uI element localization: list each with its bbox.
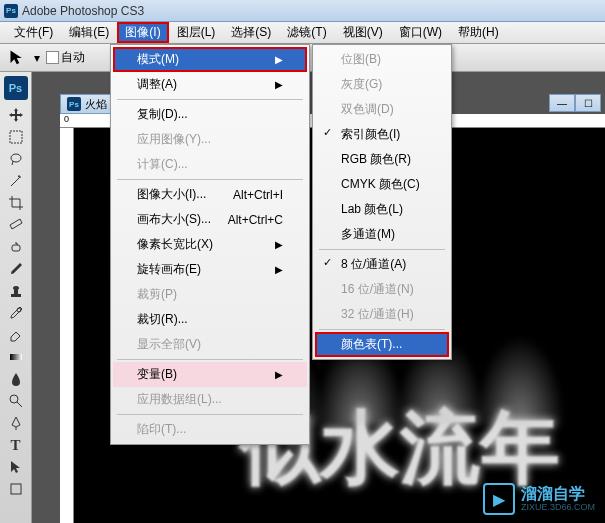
menu-canvas-size[interactable]: 画布大小(S)...Alt+Ctrl+C <box>113 207 307 232</box>
mode-submenu: 位图(B) 灰度(G) 双色调(D) ✓索引颜色(I) RGB 颜色(R) CM… <box>312 44 452 360</box>
auto-select-label: 自动 <box>61 49 85 66</box>
menu-duplicate[interactable]: 复制(D)... <box>113 102 307 127</box>
menu-apply-image: 应用图像(Y)... <box>113 127 307 152</box>
menu-view[interactable]: 视图(V) <box>335 22 391 43</box>
menu-trim[interactable]: 裁切(R)... <box>113 307 307 332</box>
menu-trap: 陷印(T)... <box>113 417 307 442</box>
watermark: ▶ 溜溜自学 ZIXUE.3D66.COM <box>483 483 595 515</box>
mode-grayscale: 灰度(G) <box>315 72 449 97</box>
type-tool[interactable]: T <box>4 434 28 456</box>
blur-tool[interactable] <box>4 368 28 390</box>
shape-tool[interactable] <box>4 478 28 500</box>
stamp-tool[interactable] <box>4 280 28 302</box>
svg-rect-4 <box>14 290 18 294</box>
menu-layer[interactable]: 图层(L) <box>169 22 224 43</box>
menu-filter[interactable]: 滤镜(T) <box>279 22 334 43</box>
menu-image-size[interactable]: 图像大小(I)...Alt+Ctrl+I <box>113 182 307 207</box>
menu-window[interactable]: 窗口(W) <box>391 22 450 43</box>
menu-reveal-all: 显示全部(V) <box>113 332 307 357</box>
menu-image[interactable]: 图像(I) <box>117 22 168 43</box>
pen-tool[interactable] <box>4 412 28 434</box>
history-brush-tool[interactable] <box>4 302 28 324</box>
submenu-arrow-icon: ▶ <box>275 369 283 380</box>
ps-logo: Ps <box>4 76 28 100</box>
menu-separator <box>117 99 303 100</box>
mode-8bit[interactable]: ✓8 位/通道(A) <box>315 252 449 277</box>
play-icon: ▶ <box>483 483 515 515</box>
slice-tool[interactable] <box>4 214 28 236</box>
mode-16bit: 16 位/通道(N) <box>315 277 449 302</box>
menu-apply-dataset: 应用数据组(L)... <box>113 387 307 412</box>
checkmark-icon: ✓ <box>323 256 332 269</box>
path-select-tool[interactable] <box>4 456 28 478</box>
menu-select[interactable]: 选择(S) <box>223 22 279 43</box>
svg-point-5 <box>13 286 19 290</box>
marquee-tool[interactable] <box>4 126 28 148</box>
titlebar: Ps Adobe Photoshop CS3 <box>0 0 605 22</box>
menu-mode[interactable]: 模式(M)▶ <box>113 47 307 72</box>
mode-lab[interactable]: Lab 颜色(L) <box>315 197 449 222</box>
menu-adjust[interactable]: 调整(A)▶ <box>113 72 307 97</box>
wand-tool[interactable] <box>4 170 28 192</box>
mode-bitmap: 位图(B) <box>315 47 449 72</box>
menu-separator <box>319 329 445 330</box>
svg-rect-7 <box>10 354 22 360</box>
app-title: Adobe Photoshop CS3 <box>22 4 144 18</box>
fire-char: 水 <box>320 395 400 503</box>
heal-tool[interactable] <box>4 236 28 258</box>
watermark-title: 溜溜自学 <box>521 485 595 503</box>
dropdown-icon[interactable]: ▾ <box>34 51 40 65</box>
fire-char: 流 <box>400 395 480 503</box>
toolbox: Ps T <box>0 72 32 523</box>
crop-tool[interactable] <box>4 192 28 214</box>
svg-point-8 <box>10 395 18 403</box>
svg-rect-3 <box>11 294 21 297</box>
checkmark-icon: ✓ <box>323 126 332 139</box>
image-dropdown-menu: 模式(M)▶ 调整(A)▶ 复制(D)... 应用图像(Y)... 计算(C).… <box>110 44 310 445</box>
eraser-tool[interactable] <box>4 324 28 346</box>
watermark-url: ZIXUE.3D66.COM <box>521 503 595 513</box>
ruler-vertical[interactable] <box>60 128 74 523</box>
submenu-arrow-icon: ▶ <box>275 239 283 250</box>
menu-pixel-aspect[interactable]: 像素长宽比(X)▶ <box>113 232 307 257</box>
document-tab[interactable]: Ps 火焰 <box>60 94 114 114</box>
submenu-arrow-icon: ▶ <box>275 264 283 275</box>
mode-rgb[interactable]: RGB 颜色(R) <box>315 147 449 172</box>
window-buttons: — ☐ <box>549 94 601 112</box>
gradient-tool[interactable] <box>4 346 28 368</box>
lasso-tool[interactable] <box>4 148 28 170</box>
mode-32bit: 32 位/通道(H) <box>315 302 449 327</box>
submenu-arrow-icon: ▶ <box>275 54 283 65</box>
move-tool[interactable] <box>4 104 28 126</box>
minimize-button[interactable]: — <box>549 94 575 112</box>
mode-indexed[interactable]: ✓索引颜色(I) <box>315 122 449 147</box>
svg-rect-0 <box>10 131 22 143</box>
move-tool-indicator[interactable] <box>8 49 28 67</box>
svg-point-1 <box>11 154 21 162</box>
doc-title: 火焰 <box>85 97 107 112</box>
doc-ps-icon: Ps <box>67 97 81 111</box>
menu-variables[interactable]: 变量(B)▶ <box>113 362 307 387</box>
menubar: 文件(F) 编辑(E) 图像(I) 图层(L) 选择(S) 滤镜(T) 视图(V… <box>0 22 605 44</box>
app-icon: Ps <box>4 4 18 18</box>
menu-crop: 裁剪(P) <box>113 282 307 307</box>
mode-color-table[interactable]: 颜色表(T)... <box>315 332 449 357</box>
menu-edit[interactable]: 编辑(E) <box>61 22 117 43</box>
mode-multichannel[interactable]: 多通道(M) <box>315 222 449 247</box>
menu-separator <box>117 359 303 360</box>
menu-calculations: 计算(C)... <box>113 152 307 177</box>
submenu-arrow-icon: ▶ <box>275 79 283 90</box>
auto-select-checkbox[interactable] <box>46 51 59 64</box>
menu-separator <box>117 179 303 180</box>
svg-rect-9 <box>11 484 21 494</box>
menu-rotate-canvas[interactable]: 旋转画布(E)▶ <box>113 257 307 282</box>
maximize-button[interactable]: ☐ <box>575 94 601 112</box>
menu-separator <box>319 249 445 250</box>
mode-duotone: 双色调(D) <box>315 97 449 122</box>
menu-file[interactable]: 文件(F) <box>6 22 61 43</box>
dodge-tool[interactable] <box>4 390 28 412</box>
brush-tool[interactable] <box>4 258 28 280</box>
menu-help[interactable]: 帮助(H) <box>450 22 507 43</box>
menu-separator <box>117 414 303 415</box>
mode-cmyk[interactable]: CMYK 颜色(C) <box>315 172 449 197</box>
